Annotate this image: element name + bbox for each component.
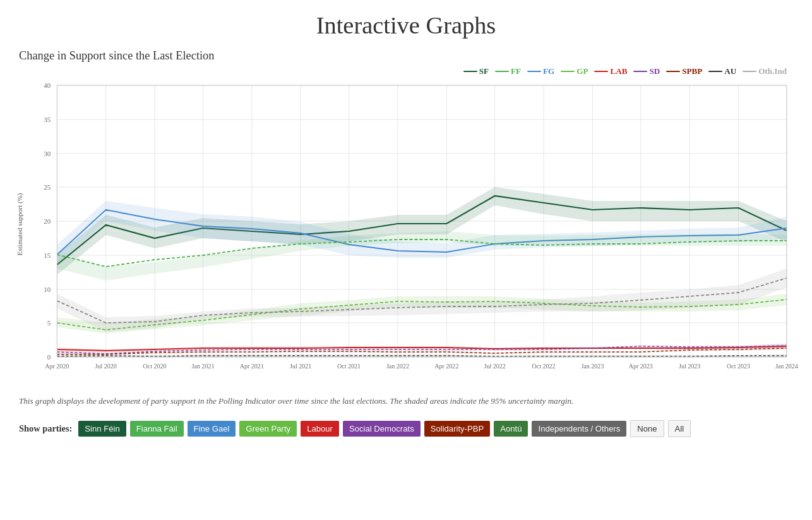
legend-spbp: SPBP bbox=[666, 66, 702, 76]
svg-text:Oct 2021: Oct 2021 bbox=[337, 363, 361, 370]
svg-text:Oct 2022: Oct 2022 bbox=[532, 363, 556, 370]
legend-othind: Oth.Ind bbox=[743, 66, 787, 76]
party-btn-all[interactable]: All bbox=[668, 420, 691, 437]
svg-text:10: 10 bbox=[44, 286, 51, 293]
svg-text:Jul 2020: Jul 2020 bbox=[95, 363, 117, 370]
svg-text:Jul 2023: Jul 2023 bbox=[679, 363, 700, 370]
party-btn-fg[interactable]: Fine Gael bbox=[188, 421, 236, 437]
svg-text:Oct 2023: Oct 2023 bbox=[727, 363, 750, 370]
party-btn-gp[interactable]: Green Party bbox=[239, 421, 297, 437]
chart-legend: SF FF FG GP LAB SD SPBP AU Oth.Ind bbox=[13, 66, 799, 76]
party-btn-ff[interactable]: Fianna Fáil bbox=[130, 421, 184, 437]
party-btn-none[interactable]: None bbox=[630, 420, 664, 437]
party-btn-ind[interactable]: Independents / Others bbox=[532, 421, 626, 437]
svg-text:25: 25 bbox=[44, 183, 51, 191]
show-parties-section: Show parties: Sinn Féin Fianna Fáil Fine… bbox=[13, 416, 799, 441]
party-btn-lab[interactable]: Labour bbox=[301, 421, 339, 437]
party-btn-sd[interactable]: Social Democrats bbox=[343, 421, 421, 437]
svg-text:Jul 2021: Jul 2021 bbox=[290, 363, 311, 370]
svg-text:Estimated support (%): Estimated support (%) bbox=[16, 193, 24, 255]
svg-text:40: 40 bbox=[44, 82, 51, 89]
show-parties-label: Show parties: bbox=[19, 423, 72, 434]
svg-text:Jan 2021: Jan 2021 bbox=[191, 363, 214, 370]
party-btn-spbp[interactable]: Solidarity-PBP bbox=[424, 421, 491, 437]
svg-text:Jan 2023: Jan 2023 bbox=[581, 363, 604, 370]
svg-text:15: 15 bbox=[44, 251, 51, 259]
party-btn-aontu[interactable]: Aontú bbox=[494, 421, 528, 437]
svg-text:30: 30 bbox=[44, 150, 51, 157]
legend-lab: LAB bbox=[594, 66, 627, 76]
legend-fg: FG bbox=[527, 66, 554, 76]
legend-ff: FF bbox=[495, 66, 521, 76]
legend-au: AU bbox=[708, 66, 736, 76]
chart-caption: This graph displays the development of p… bbox=[13, 392, 707, 410]
svg-text:5: 5 bbox=[47, 319, 51, 327]
svg-text:Jan 2022: Jan 2022 bbox=[386, 363, 409, 370]
svg-text:Jul 2022: Jul 2022 bbox=[484, 363, 506, 370]
svg-text:20: 20 bbox=[44, 217, 51, 225]
legend-sf: SF bbox=[463, 66, 489, 76]
legend-gp: GP bbox=[561, 66, 588, 76]
svg-text:Apr 2020: Apr 2020 bbox=[45, 363, 69, 370]
svg-text:Apr 2023: Apr 2023 bbox=[629, 363, 653, 370]
svg-text:Oct 2020: Oct 2020 bbox=[143, 363, 167, 370]
svg-text:Apr 2022: Apr 2022 bbox=[434, 363, 458, 370]
svg-text:35: 35 bbox=[44, 116, 51, 123]
chart-area: 0 5 10 15 20 25 30 35 40 Estimated suppo… bbox=[13, 79, 799, 389]
svg-text:0: 0 bbox=[47, 353, 51, 361]
svg-text:Jan 2024: Jan 2024 bbox=[775, 363, 798, 370]
legend-sd: SD bbox=[633, 66, 660, 76]
chart-svg: 0 5 10 15 20 25 30 35 40 Estimated suppo… bbox=[13, 79, 799, 389]
page-title: Interactive Graphs bbox=[13, 6, 799, 44]
chart-subtitle: Change in Support since the Last Electio… bbox=[13, 49, 799, 63]
svg-text:Apr 2021: Apr 2021 bbox=[240, 363, 264, 370]
party-btn-sf[interactable]: Sinn Féin bbox=[78, 421, 126, 437]
